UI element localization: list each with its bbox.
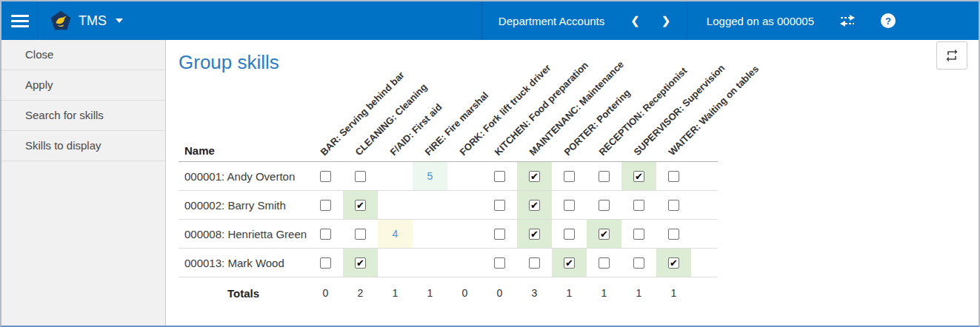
skill-checkbox[interactable] [599, 171, 610, 182]
skill-cell [621, 249, 656, 277]
skill-checkbox-checked[interactable]: ✔ [355, 257, 366, 269]
skill-checkbox[interactable] [529, 257, 540, 269]
next-department-button[interactable]: ❯ [661, 16, 670, 26]
skill-cell: ✔ [517, 220, 552, 248]
column-total: 1 [636, 287, 642, 299]
skill-cell [308, 162, 343, 190]
skill-checkbox[interactable] [633, 229, 644, 240]
skill-cell: ✔ [343, 249, 378, 277]
skill-checkbox[interactable] [564, 171, 575, 182]
totals-row: Totals02110031111 [179, 277, 718, 309]
column-total: 1 [567, 287, 573, 299]
previous-department-button[interactable]: ❮ [630, 16, 639, 26]
skill-checkbox-checked[interactable]: ✔ [355, 200, 366, 211]
department-switcher: Department Accounts ❮ ❯ [481, 1, 687, 40]
sidebar-item-skills-to-display[interactable]: Skills to display [1, 131, 165, 161]
skill-checkbox[interactable] [633, 257, 644, 269]
skill-checkbox[interactable] [494, 229, 505, 240]
hamburger-menu-button[interactable] [1, 1, 39, 40]
skill-checkbox[interactable] [668, 171, 679, 182]
column-total: 1 [393, 287, 399, 299]
skill-cell [552, 191, 587, 219]
caret-down-icon [116, 18, 123, 23]
table-row: 000008: Henrietta Green4✔✔ [179, 220, 718, 249]
skill-column-header: PORTER: Portering [561, 87, 632, 158]
skill-level-link[interactable]: 4 [393, 228, 399, 240]
skill-cell [447, 220, 482, 248]
skill-checkbox-checked[interactable]: ✔ [599, 229, 610, 240]
skill-cell [378, 191, 413, 219]
sidebar-item-apply[interactable]: Apply [1, 70, 165, 101]
column-total: 0 [323, 287, 329, 299]
top-nav-bar: TMS Department Accounts ❮ ❯ Logged on as… [1, 1, 979, 40]
skill-checkbox[interactable] [320, 200, 331, 211]
skill-cell: 5 [413, 162, 447, 190]
skill-cell [447, 249, 482, 277]
main-content: Group skills NameBAR: Serving behind bar… [166, 40, 979, 326]
column-total: 0 [497, 287, 503, 299]
totals-label: Totals [179, 277, 308, 309]
app-window: TMS Department Accounts ❮ ❯ Logged on as… [0, 0, 980, 327]
column-total: 1 [671, 287, 677, 299]
skill-checkbox-checked[interactable]: ✔ [668, 257, 679, 269]
column-total: 1 [427, 287, 433, 299]
help-button[interactable]: ? [881, 13, 896, 28]
skill-checkbox[interactable] [564, 229, 575, 240]
switch-user-button[interactable] [839, 15, 856, 27]
chevron-left-icon: ❮ [630, 15, 639, 27]
skill-cell: ✔ [552, 249, 587, 277]
skill-checkbox-checked[interactable]: ✔ [529, 171, 540, 182]
employee-name: 000013: Mark Wood [179, 249, 308, 277]
name-column-header: Name [184, 144, 215, 157]
skill-cell: ✔ [587, 220, 621, 248]
skill-cell [482, 220, 517, 248]
skill-cell [447, 162, 482, 190]
skill-checkbox[interactable] [633, 200, 644, 211]
skill-cell [587, 191, 621, 219]
skill-cell: ✔ [517, 191, 552, 219]
total-cell: 1 [656, 277, 691, 309]
skill-cell [308, 249, 343, 277]
skill-column-header: FIRE: Fire marshal [422, 90, 490, 158]
table-row: 000002: Barry Smith✔✔ [179, 191, 718, 220]
skill-cell [517, 249, 552, 277]
skill-cell [308, 191, 343, 219]
refresh-button[interactable] [936, 41, 967, 70]
sidebar-item-search-for-skills[interactable]: Search for skills [1, 101, 165, 131]
employee-name: 000002: Barry Smith [179, 191, 308, 219]
skill-checkbox-checked[interactable]: ✔ [529, 200, 540, 211]
skill-checkbox[interactable] [355, 171, 366, 182]
skill-checkbox[interactable] [355, 229, 366, 240]
skill-cell [587, 162, 621, 190]
help-icon: ? [881, 13, 896, 28]
column-total: 2 [358, 287, 364, 299]
skill-checkbox[interactable] [599, 257, 610, 269]
skill-checkbox-checked[interactable]: ✔ [564, 257, 575, 269]
skill-checkbox[interactable] [668, 200, 679, 211]
skill-checkbox-checked[interactable]: ✔ [529, 229, 540, 240]
skill-checkbox[interactable] [494, 257, 505, 269]
skill-level-link[interactable]: 5 [427, 170, 433, 182]
skill-checkbox[interactable] [599, 200, 610, 211]
total-cell: 1 [552, 277, 587, 309]
skill-checkbox[interactable] [320, 229, 331, 240]
skill-checkbox[interactable] [564, 200, 575, 211]
total-cell: 0 [447, 277, 482, 309]
brand-menu[interactable]: TMS [39, 1, 135, 40]
skill-cell: ✔ [517, 162, 552, 190]
skill-cell [621, 191, 656, 219]
skill-checkbox[interactable] [494, 200, 505, 211]
skill-cell [343, 220, 378, 248]
logged-on-label: Logged on as 000005 [707, 15, 814, 27]
skill-cell [413, 249, 447, 277]
skill-checkbox[interactable] [320, 257, 331, 269]
column-total: 1 [601, 287, 607, 299]
sidebar-item-close[interactable]: Close [1, 40, 165, 70]
skill-checkbox-checked[interactable]: ✔ [633, 171, 644, 182]
skill-cell [378, 162, 413, 190]
skill-checkbox[interactable] [494, 171, 505, 182]
skill-cell [656, 220, 691, 248]
skill-checkbox[interactable] [668, 229, 679, 240]
refresh-icon [944, 48, 959, 63]
skill-checkbox[interactable] [320, 171, 331, 182]
